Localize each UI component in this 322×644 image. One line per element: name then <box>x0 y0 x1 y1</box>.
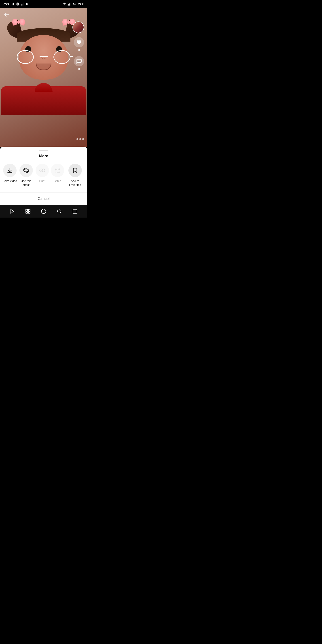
brightness-icon <box>12 2 15 6</box>
glasses <box>14 50 73 64</box>
sheet-handle <box>39 150 48 151</box>
svg-rect-31 <box>28 209 30 211</box>
nav-home-button[interactable] <box>39 207 48 216</box>
stitch-button: Stitch <box>50 164 65 183</box>
use-effect-button[interactable]: Use this effect <box>18 164 35 187</box>
svg-point-21 <box>78 61 78 62</box>
add-favorites-icon-circle <box>68 164 82 177</box>
duet-label: Duet <box>39 179 45 183</box>
like-button[interactable]: 0 <box>74 37 84 52</box>
use-effect-label: Use this effect <box>18 179 35 187</box>
save-video-button[interactable]: Save video <box>2 164 18 183</box>
like-count: 0 <box>78 48 80 52</box>
signal-icon <box>21 2 24 6</box>
side-actions: 0 0 <box>74 37 84 71</box>
svg-point-0 <box>12 3 14 5</box>
comment-count: 0 <box>78 67 80 71</box>
add-favorites-label: Add to Favorites <box>65 179 85 187</box>
more-dots-indicator <box>76 138 84 140</box>
svg-point-13 <box>64 5 65 5</box>
svg-point-7 <box>18 4 18 4</box>
fingerprint-icon <box>16 2 20 6</box>
svg-rect-10 <box>23 3 24 6</box>
svg-rect-15 <box>68 4 69 6</box>
svg-rect-11 <box>24 2 24 5</box>
svg-rect-27 <box>55 168 60 173</box>
stitch-label: Stitch <box>54 179 61 183</box>
nav-recents-button[interactable] <box>24 207 32 216</box>
back-button[interactable] <box>4 12 10 18</box>
svg-rect-16 <box>69 3 70 5</box>
navigation-bar <box>0 205 87 218</box>
nav-back-button[interactable] <box>8 207 17 216</box>
wifi-icon <box>63 2 66 6</box>
comment-button[interactable]: 0 <box>74 56 84 71</box>
svg-rect-19 <box>73 3 74 4</box>
sheet-title: More <box>0 154 87 158</box>
nav-power-button[interactable] <box>55 207 64 216</box>
svg-rect-35 <box>73 209 77 213</box>
svg-marker-29 <box>11 209 14 213</box>
time-display: 7:24 <box>3 2 10 6</box>
use-effect-icon-circle <box>20 164 33 177</box>
svg-point-26 <box>42 169 45 172</box>
status-bar: 7:24 <box>0 0 87 8</box>
duet-icon-circle <box>36 164 49 177</box>
svg-rect-14 <box>68 5 68 6</box>
lte-icon <box>68 2 71 6</box>
duet-button: Duet <box>35 164 50 183</box>
bottom-sheet: More Save video Use this effect <box>0 147 87 205</box>
video-face <box>10 17 77 111</box>
stitch-icon-circle <box>51 164 64 177</box>
svg-rect-33 <box>28 212 30 213</box>
battery-percent: 22% <box>78 2 84 6</box>
svg-point-23 <box>80 61 80 62</box>
save-video-label: Save video <box>3 179 17 183</box>
svg-rect-8 <box>21 4 22 5</box>
nav-overview-button[interactable] <box>70 207 80 216</box>
svg-rect-17 <box>70 3 70 6</box>
avatar-image <box>73 22 84 33</box>
svg-point-34 <box>41 209 46 214</box>
play-icon <box>26 2 29 6</box>
add-favorites-button[interactable]: Add to Favorites <box>65 164 85 187</box>
svg-point-24 <box>24 169 28 172</box>
save-video-icon-circle <box>3 164 16 177</box>
mouth <box>36 64 52 70</box>
status-left: 7:24 <box>3 2 29 6</box>
bow-left <box>12 18 25 26</box>
svg-point-22 <box>78 61 80 62</box>
actions-row: Save video Use this effect Duet <box>0 164 87 192</box>
creator-avatar[interactable] <box>72 22 84 33</box>
comment-icon <box>74 56 84 66</box>
svg-marker-12 <box>26 3 28 5</box>
heart-icon <box>74 37 84 48</box>
video-area: 0 0 <box>0 8 87 147</box>
svg-rect-9 <box>22 4 22 6</box>
status-right: 22% <box>63 2 84 6</box>
svg-rect-30 <box>26 209 28 211</box>
svg-rect-32 <box>26 212 28 213</box>
sweater <box>1 86 86 116</box>
cancel-button[interactable]: Cancel <box>0 192 87 205</box>
battery-icon <box>72 2 77 6</box>
